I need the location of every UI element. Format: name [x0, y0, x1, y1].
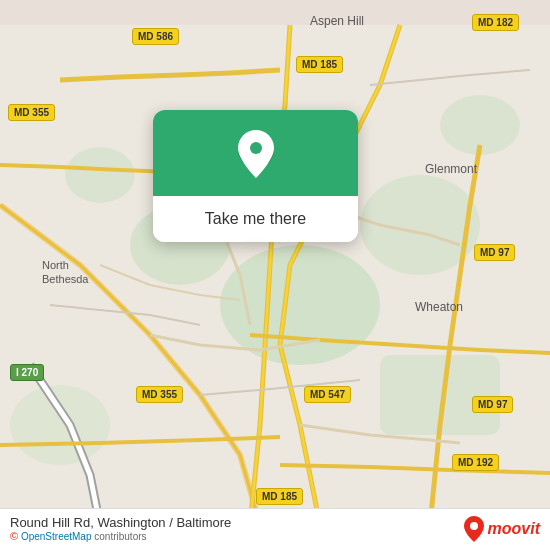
take-me-there-button[interactable]: Take me there	[153, 196, 358, 242]
popup-card: Take me there	[153, 110, 358, 242]
road-badge-md547: MD 547	[304, 386, 351, 403]
svg-point-9	[250, 142, 262, 154]
attribution-label: © OpenStreetMap contributors	[10, 530, 231, 542]
place-label-glenmont: Glenmont	[425, 162, 477, 176]
road-badge-md185-bot: MD 185	[256, 488, 303, 505]
svg-point-5	[65, 147, 135, 203]
place-label-north-bethesda: NorthBethesda	[42, 258, 88, 287]
address-label: Round Hill Rd, Washington / Baltimore	[10, 515, 231, 530]
road-badge-i270: I 270	[10, 364, 44, 381]
road-badge-md182: MD 182	[472, 14, 519, 31]
map-container: Aspen Hill Glenmont NorthBethesda Wheato…	[0, 0, 550, 550]
road-badge-md97-mid: MD 97	[474, 244, 515, 261]
map-footer: Round Hill Rd, Washington / Baltimore © …	[0, 508, 550, 550]
road-badge-md97-bot: MD 97	[472, 396, 513, 413]
moovit-pin-icon	[463, 515, 485, 543]
road-badge-md192: MD 192	[452, 454, 499, 471]
copyright-icon: ©	[10, 530, 18, 542]
moovit-text: moovit	[488, 520, 540, 538]
place-label-wheaton: Wheaton	[415, 300, 463, 314]
svg-point-1	[220, 245, 380, 365]
svg-point-7	[10, 385, 110, 465]
place-label-aspen-hill: Aspen Hill	[310, 14, 364, 28]
moovit-logo: moovit	[463, 515, 540, 543]
contributors-text: contributors	[94, 531, 146, 542]
road-badge-md355-top: MD 355	[8, 104, 55, 121]
svg-point-10	[470, 522, 478, 530]
road-badge-md185-top: MD 185	[296, 56, 343, 73]
road-badge-md355-mid: MD 355	[136, 386, 183, 403]
location-pin-icon	[234, 128, 278, 180]
osm-link[interactable]: OpenStreetMap	[21, 531, 92, 542]
road-badge-md586: MD 586	[132, 28, 179, 45]
popup-green-area	[153, 110, 358, 196]
